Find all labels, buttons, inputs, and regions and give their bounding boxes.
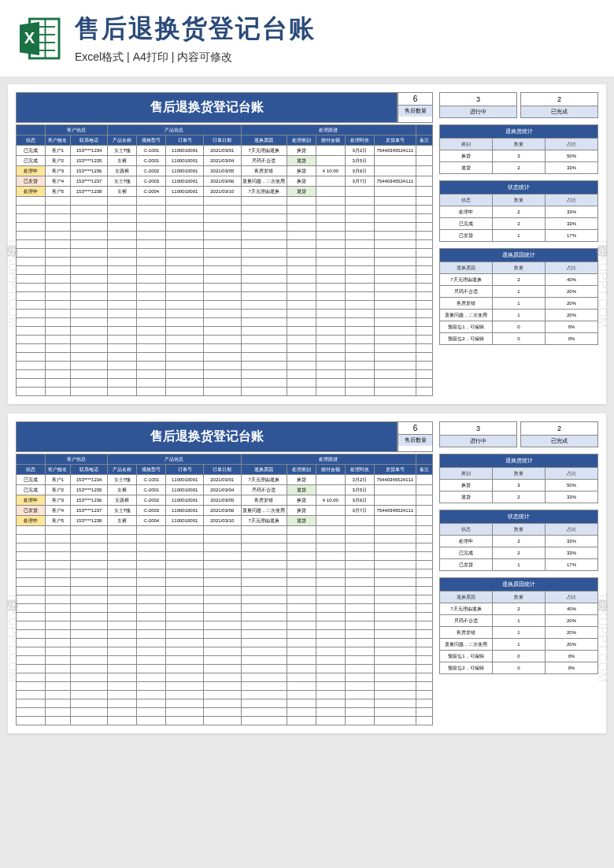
empty-row <box>17 353 433 362</box>
stat-row: 预留位2，可编辑00% <box>440 333 598 345</box>
empty-row <box>17 673 433 682</box>
type-cell: 退货 <box>287 156 316 166</box>
excel-icon: X <box>16 15 63 62</box>
table-row: 已完成 客户2153****1235 女裤C-2001 110001000120… <box>17 485 433 495</box>
column-header: 规格型号 <box>137 135 166 146</box>
stat-header: 数量 <box>493 468 546 480</box>
summary-box: 6 售后数量 <box>398 92 433 123</box>
column-header: 状态 <box>17 465 46 475</box>
column-header: 订单号 <box>166 465 204 475</box>
empty-row <box>17 708 433 717</box>
stat-row: 处理中233% <box>440 206 598 218</box>
stat-header: 退换原因 <box>440 262 493 274</box>
column-header: 客户姓名 <box>46 465 71 475</box>
status-cell: 已完成 <box>17 146 46 156</box>
type-cell: 换货 <box>287 495 316 506</box>
svg-text:X: X <box>24 29 35 46</box>
empty-row <box>17 699 433 708</box>
stat-row: 尺码不合适120% <box>440 615 598 627</box>
column-header: 规格型号 <box>137 465 166 475</box>
main-table-area: 售后退换货登记台账 6 售后数量 客户信息 产品信息 处理跟进 状态客户姓名联系… <box>16 421 433 725</box>
progress-box: 3 进行中 <box>439 92 517 118</box>
stat-header: 占比 <box>546 262 598 274</box>
summary-label: 售后数量 <box>398 435 432 446</box>
stat-header: 数量 <box>493 262 546 274</box>
stat-row: 质量问题，二次使用120% <box>440 639 598 651</box>
status-cell: 已发货 <box>17 506 46 516</box>
summary-count: 6 <box>398 93 432 106</box>
stat-header: 类别 <box>440 139 493 150</box>
stat-header: 类别 <box>440 468 493 480</box>
watermark: 熊猫办公 TUKUPPT.COM <box>594 588 610 682</box>
type-cell: 换货 <box>287 176 316 187</box>
stat-title: 退换原因统计 <box>440 578 598 592</box>
stat-row: 已发货117% <box>440 559 598 571</box>
empty-row <box>17 691 433 699</box>
table-row: 处理中 客户5153****1238 女裤C-2004 110001000120… <box>17 516 433 526</box>
stat-header: 数量 <box>493 195 546 206</box>
column-header: 产品名称 <box>108 135 137 146</box>
status-cell: 处理中 <box>17 166 46 176</box>
empty-row <box>17 604 433 613</box>
empty-row <box>17 630 433 639</box>
group-product: 产品信息 <box>108 454 241 465</box>
stat-row: 已发货117% <box>440 230 598 242</box>
progress-box: 3 进行中 <box>439 421 517 447</box>
empty-row <box>17 595 433 604</box>
empty-row <box>17 665 433 673</box>
done-box: 2 已完成 <box>520 92 598 118</box>
column-header: 赔付金额 <box>316 465 345 475</box>
empty-row <box>17 258 433 266</box>
column-header: 处理类别 <box>287 465 316 475</box>
column-header: 退换原因 <box>241 465 287 475</box>
stat-header: 占比 <box>546 139 598 150</box>
column-header: 产品名称 <box>108 465 137 475</box>
empty-row <box>17 275 433 284</box>
stat-row: 换货350% <box>440 150 598 162</box>
empty-row <box>17 621 433 630</box>
stat-header: 退换原因 <box>440 592 493 603</box>
summary-box: 6 售后数量 <box>398 421 433 452</box>
group-header-row: 客户信息 产品信息 处理跟进 <box>17 125 433 135</box>
stat-row: 质量问题，二次使用120% <box>440 310 598 321</box>
empty-row <box>17 543 433 552</box>
status-cell: 已发货 <box>17 176 46 187</box>
stat-row: 换货350% <box>440 480 598 491</box>
header-text: 售后退换货登记台账 Excel格式 | A4打印 | 内容可修改 <box>75 12 598 65</box>
empty-row <box>17 197 433 206</box>
stat-header: 占比 <box>546 592 598 603</box>
sheet-title: 售后退换货登记台账 <box>16 421 398 452</box>
empty-row <box>17 656 433 665</box>
column-header: 备注 <box>416 135 432 146</box>
stat-row: 退货233% <box>440 491 598 503</box>
empty-row <box>17 647 433 656</box>
column-header: 备注 <box>416 465 432 475</box>
stat-header: 占比 <box>546 468 598 480</box>
empty-row <box>17 249 433 258</box>
stat-header: 数量 <box>493 592 546 603</box>
main-table: 客户信息 产品信息 处理跟进 状态客户姓名联系电话产品名称规格型号订单号订单日期… <box>16 454 433 725</box>
empty-row <box>17 379 433 388</box>
column-header: 联系电话 <box>70 135 108 146</box>
side-stats: 3 进行中 2 已完成 退换货统计 类别数量占比换货350%退货233% 状态统… <box>439 421 598 681</box>
summary-count: 6 <box>398 422 432 435</box>
type-cell: 退货 <box>287 485 316 495</box>
table-row: 已完成 客户1153****1234 女士T恤C-1001 1100010001… <box>17 475 433 485</box>
stat-header: 占比 <box>546 195 598 206</box>
column-header: 订单日期 <box>204 465 242 475</box>
empty-row <box>17 266 433 275</box>
status-cell: 处理中 <box>17 516 46 526</box>
stat-row: 退货233% <box>440 162 598 174</box>
column-header: 状态 <box>17 135 46 146</box>
side-stats: 3 进行中 2 已完成 退换货统计 类别数量占比换货350%退货233% 状态统… <box>439 92 598 351</box>
title-bar: 售后退换货登记台账 6 售后数量 <box>16 92 433 123</box>
type-cell: 换货 <box>287 166 316 176</box>
group-customer: 客户信息 <box>46 454 108 465</box>
watermark: 熊猫办公 TUKUPPT.COM <box>4 234 20 328</box>
empty-row <box>17 682 433 691</box>
empty-row <box>17 362 433 370</box>
spreadsheet-page: 售后退换货登记台账 6 售后数量 客户信息 产品信息 处理跟进 状态客户姓名联系… <box>8 84 606 404</box>
empty-row <box>17 301 433 310</box>
group-process: 处理跟进 <box>241 454 416 465</box>
empty-row <box>17 578 433 587</box>
